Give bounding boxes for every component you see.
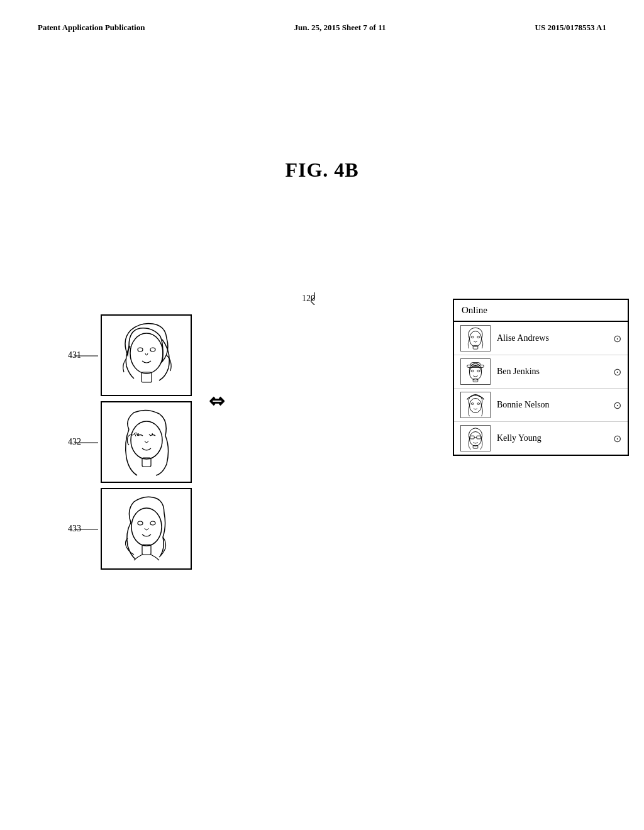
face-432-wrapper: 432 xyxy=(101,401,192,483)
face-box-432 xyxy=(101,401,192,483)
svg-point-24 xyxy=(471,370,474,372)
svg-point-21 xyxy=(469,365,481,380)
contact-name: Alise Andrews xyxy=(497,333,607,343)
label-433-line xyxy=(74,529,99,530)
svg-line-9 xyxy=(149,434,150,436)
face-431-wrapper: 431 xyxy=(101,314,192,396)
face-boxes-column: 431 xyxy=(101,314,192,570)
diagram-area: 431 xyxy=(50,289,591,698)
contact-row: Ben Jenkins⊙ xyxy=(454,355,628,389)
contact-name: Bonnie Nelson xyxy=(497,400,607,410)
bidirectional-arrow: ⇔ xyxy=(209,390,225,412)
figure-title: FIG. 4B xyxy=(0,158,644,182)
contact-list: Alise Andrews⊙Ben Jenkins⊙Bonnie Nelson⊙… xyxy=(454,322,628,455)
face-box-433 xyxy=(101,488,192,570)
contact-name: Ben Jenkins xyxy=(497,367,607,377)
svg-point-29 xyxy=(477,403,480,405)
svg-point-27 xyxy=(469,399,481,413)
svg-point-18 xyxy=(471,336,474,338)
contact-status-icon[interactable]: ⊙ xyxy=(613,366,621,378)
label-431-line xyxy=(74,355,99,357)
svg-point-6 xyxy=(131,421,162,459)
face-box-431 xyxy=(101,314,192,396)
svg-rect-31 xyxy=(470,436,474,439)
contact-thumb xyxy=(460,358,491,385)
svg-point-2 xyxy=(130,333,163,374)
face-illustration-431 xyxy=(115,321,178,390)
header-right: US 2015/0178553 A1 xyxy=(535,23,606,33)
contact-status-icon[interactable]: ⊙ xyxy=(613,399,621,411)
svg-rect-20 xyxy=(473,345,478,349)
online-panel: Online Alise Andrews⊙Ben Jenkins⊙Bonnie … xyxy=(453,299,629,456)
svg-rect-26 xyxy=(473,379,478,382)
svg-point-28 xyxy=(471,403,474,405)
svg-point-14 xyxy=(138,521,143,525)
contact-name: Kelly Young xyxy=(497,433,607,443)
contact-row: Bonnie Nelson⊙ xyxy=(454,389,628,422)
contact-thumb xyxy=(460,425,491,451)
label-432-line xyxy=(74,442,99,443)
contact-row: Kelly Young⊙ xyxy=(454,422,628,455)
online-panel-header: Online xyxy=(454,300,628,322)
header-center: Jun. 25, 2015 Sheet 7 of 11 xyxy=(294,23,386,33)
svg-point-17 xyxy=(469,331,481,347)
label-120-bracket xyxy=(311,292,318,305)
svg-point-4 xyxy=(150,348,155,351)
svg-point-25 xyxy=(477,370,480,372)
face-illustration-433 xyxy=(115,494,178,563)
svg-rect-32 xyxy=(477,436,481,439)
svg-point-19 xyxy=(477,336,480,338)
contact-status-icon[interactable]: ⊙ xyxy=(613,333,621,345)
contact-thumb xyxy=(460,325,491,351)
contact-status-icon[interactable]: ⊙ xyxy=(613,433,621,445)
face-433-wrapper: 433 xyxy=(101,488,192,570)
svg-point-3 xyxy=(138,348,143,351)
contact-thumb xyxy=(460,392,491,418)
svg-point-13 xyxy=(131,508,162,546)
label-120-row: 120 xyxy=(252,292,315,304)
online-panel-container: 120 Online Alise Andrews⊙Ben Jenkins⊙Bon… xyxy=(252,292,315,306)
svg-point-15 xyxy=(150,521,155,525)
face-illustration-432 xyxy=(115,407,178,477)
contact-row: Alise Andrews⊙ xyxy=(454,322,628,355)
header-left: Patent Application Publication xyxy=(38,23,145,33)
